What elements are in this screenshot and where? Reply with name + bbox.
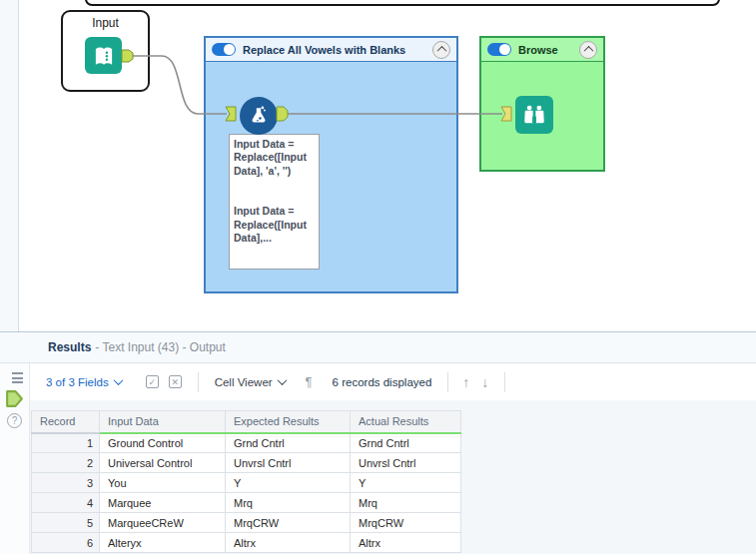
help-icon[interactable]: ? <box>7 413 22 428</box>
data-cell[interactable]: Y <box>351 473 461 493</box>
formula-tool[interactable] <box>240 97 278 135</box>
record-number-cell[interactable]: 2 <box>32 453 100 473</box>
text-input-tool-icon <box>85 37 122 74</box>
data-cell[interactable]: Marquee <box>100 493 226 513</box>
toolbar-divider <box>198 372 199 392</box>
workflow-canvas[interactable]: Input Replace All Vowels with Blanks <box>0 0 756 331</box>
toolbar-divider <box>504 372 505 392</box>
container-browse[interactable]: Browse <box>479 36 605 172</box>
results-title: Results <box>48 340 91 354</box>
table-row[interactable]: 3YouYY <box>32 473 461 493</box>
table-row[interactable]: 6AlteryxAltrxAltrx <box>32 533 461 553</box>
canvas-left-gutter <box>0 0 19 331</box>
results-header: Results - Text Input (43) - Output <box>0 332 756 363</box>
data-cell[interactable]: Altrx <box>351 533 461 553</box>
table-row[interactable]: 4MarqueeMrqMrq <box>32 493 461 513</box>
data-cell[interactable]: Grnd Cntrl <box>226 433 351 453</box>
results-toolbar: 3 of 3 Fields ✓ ✕ Cell Viewer ¶ 6 record… <box>0 363 756 400</box>
data-cell[interactable]: You <box>100 473 226 493</box>
column-header[interactable]: Expected Results <box>226 411 351 433</box>
metadata-view-icon[interactable] <box>8 372 23 385</box>
show-whitespace-icon[interactable]: ¶ <box>306 374 313 389</box>
data-cell[interactable]: MrqCRW <box>226 513 351 533</box>
record-number-cell[interactable]: 3 <box>32 473 100 493</box>
binoculars-icon <box>521 102 547 128</box>
results-table[interactable]: RecordInput DataExpected ResultsActual R… <box>31 410 461 553</box>
container-enable-toggle[interactable] <box>487 43 511 56</box>
table-header-row: RecordInput DataExpected ResultsActual R… <box>32 411 461 433</box>
record-number-cell[interactable]: 5 <box>32 513 100 533</box>
data-cell[interactable]: MarqueeCReW <box>100 513 226 533</box>
table-row[interactable]: 2Universal ControlUnvrsl CntrlUnvrsl Cnt… <box>32 453 461 473</box>
container-header: Browse <box>481 38 603 62</box>
alteryx-designer-window: Input Replace All Vowels with Blanks <box>0 0 756 554</box>
cell-viewer-dropdown[interactable]: Cell Viewer <box>215 376 286 388</box>
chevron-down-icon <box>113 375 123 385</box>
text-input-tool[interactable]: Input <box>61 10 150 92</box>
toolbar-divider <box>447 372 448 392</box>
data-cell[interactable]: Unvrsl Cntrl <box>351 453 461 473</box>
results-panel: Results - Text Input (43) - Output 3 of … <box>0 331 756 554</box>
deselect-all-checkbox-icon[interactable]: ✕ <box>169 375 182 388</box>
data-cell[interactable]: Grnd Cntrl <box>351 433 461 453</box>
records-displayed-label: 6 records displayed <box>333 376 432 388</box>
scroll-down-button[interactable]: ↓ <box>481 374 488 390</box>
record-number-cell[interactable]: 6 <box>32 533 100 553</box>
fields-dropdown[interactable]: 3 of 3 Fields <box>46 376 122 388</box>
offscreen-container-edge <box>85 0 720 6</box>
scroll-up-button[interactable]: ↑ <box>462 374 469 390</box>
cell-viewer-label: Cell Viewer <box>215 376 273 388</box>
table-row[interactable]: 1Ground ControlGrnd CntrlGrnd Cntrl <box>32 433 461 453</box>
output-anchor-icon[interactable] <box>4 388 25 409</box>
column-header[interactable]: Input Data <box>100 411 226 433</box>
results-subtitle: - Text Input (43) - Output <box>95 340 226 354</box>
data-cell[interactable]: Mrq <box>226 493 351 513</box>
results-side-strip: ? <box>0 363 30 554</box>
container-collapse-button[interactable] <box>579 41 597 59</box>
record-number-cell[interactable]: 4 <box>32 493 100 513</box>
chevron-up-icon <box>436 46 446 56</box>
data-cell[interactable]: Alteryx <box>100 533 226 553</box>
data-cell[interactable]: Ground Control <box>100 433 226 453</box>
data-cell[interactable]: Mrq <box>351 493 461 513</box>
container-title: Browse <box>518 44 558 56</box>
container-enable-toggle[interactable] <box>212 43 236 56</box>
data-cell[interactable]: Altrx <box>226 533 351 553</box>
data-cell[interactable]: Y <box>226 473 351 493</box>
table-row[interactable]: 5MarqueeCReWMrqCRWMrqCRW <box>32 513 461 533</box>
results-body: RecordInput DataExpected ResultsActual R… <box>30 400 756 554</box>
container-collapse-button[interactable] <box>432 41 450 59</box>
text-input-tool-label: Input <box>63 16 148 30</box>
flask-icon <box>248 105 270 127</box>
data-cell[interactable]: Universal Control <box>100 453 226 473</box>
chevron-down-icon <box>277 375 287 385</box>
container-replace-vowels[interactable]: Replace All Vowels with Blanks Input Dat… <box>204 36 458 293</box>
tool-annotation[interactable]: Input Data = Replace([Input Data], 'a', … <box>229 134 320 270</box>
data-cell[interactable]: MrqCRW <box>351 513 461 533</box>
data-cell[interactable]: Unvrsl Cntrl <box>226 453 351 473</box>
container-header: Replace All Vowels with Blanks <box>206 38 456 62</box>
chevron-up-icon <box>583 46 593 56</box>
select-all-checkbox-icon[interactable]: ✓ <box>146 375 159 388</box>
fields-dropdown-label: 3 of 3 Fields <box>46 376 109 388</box>
column-header[interactable]: Record <box>32 411 100 433</box>
book-icon <box>91 43 117 69</box>
record-number-cell[interactable]: 1 <box>32 433 100 453</box>
column-header[interactable]: Actual Results <box>351 411 461 433</box>
browse-tool[interactable] <box>515 96 553 134</box>
container-title: Replace All Vowels with Blanks <box>243 44 405 56</box>
